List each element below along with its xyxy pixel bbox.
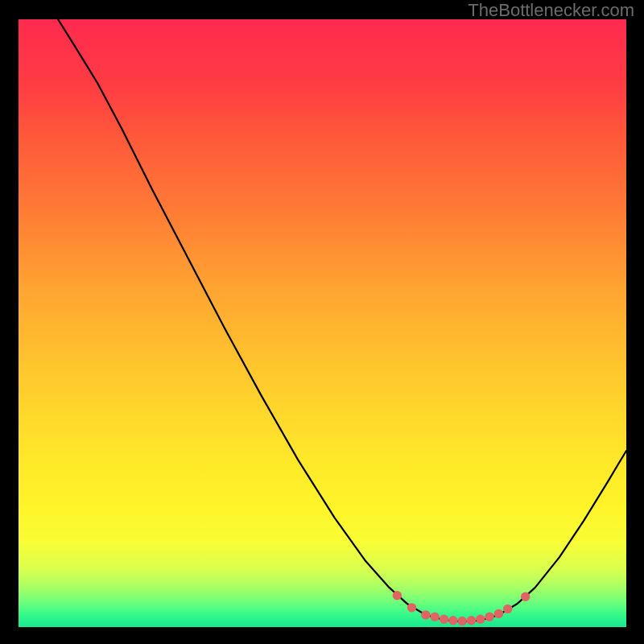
marker-dot bbox=[494, 609, 503, 618]
marker-dot bbox=[457, 617, 466, 625]
marker-dot bbox=[467, 616, 476, 625]
marker-dot bbox=[421, 610, 430, 619]
marker-dot bbox=[393, 591, 402, 600]
bottleneck-chart: TheBottlenecker.com bbox=[0, 0, 644, 644]
marker-dot bbox=[448, 616, 457, 625]
plot-background bbox=[19, 19, 626, 627]
marker-dot bbox=[503, 605, 512, 613]
marker-dot bbox=[485, 612, 493, 621]
marker-dot bbox=[430, 612, 439, 621]
marker-dot bbox=[521, 592, 530, 601]
marker-dot bbox=[407, 603, 416, 612]
marker-dot bbox=[476, 614, 485, 623]
watermark-text: TheBottlenecker.com bbox=[468, 0, 634, 21]
marker-dot bbox=[440, 614, 448, 623]
chart-svg bbox=[0, 0, 644, 644]
